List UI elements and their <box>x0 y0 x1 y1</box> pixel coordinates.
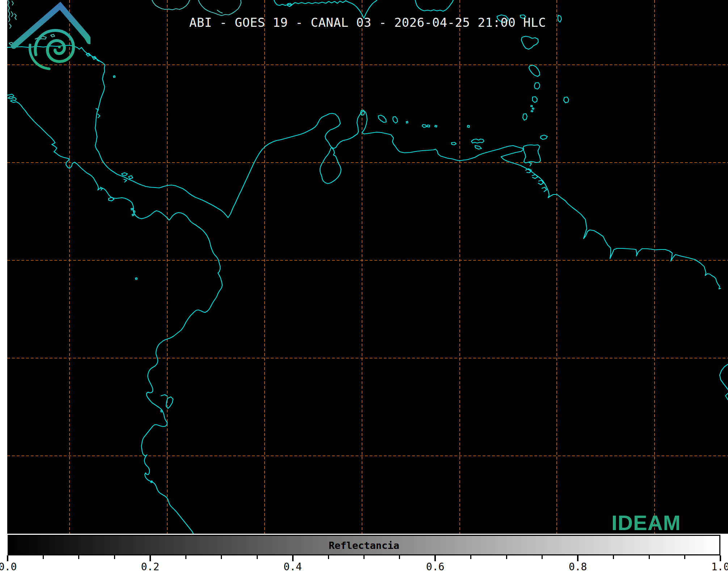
colorbar-minor-tick <box>328 555 329 559</box>
colorbar-major-tick <box>150 555 151 561</box>
satellite-product-figure: ABI - GOES 19 - CANAL 03 - 2026-04-25 21… <box>0 0 728 571</box>
colorbar-major-tick <box>292 555 294 561</box>
coastline-lesser-antilles <box>497 15 569 139</box>
colorbar-minor-tick <box>613 555 614 559</box>
colorbar-minor-tick <box>43 555 44 559</box>
colorbar-minor-tick <box>399 555 400 559</box>
ideam-logo-text: IDEAM <box>604 511 689 534</box>
colorbar-major-tick <box>720 555 721 561</box>
colorbar-label: Reflectancia <box>9 540 719 551</box>
graticule-lines <box>7 0 728 534</box>
coastline-caribbean-mainland <box>7 45 721 289</box>
colorbar-tick-label: 1.0 <box>704 561 728 571</box>
reflectance-colorbar: Reflectancia <box>8 535 720 555</box>
satellite-map: ABI - GOES 19 - CANAL 03 - 2026-04-25 21… <box>7 0 728 534</box>
coastline-orinoco-delta <box>526 162 547 192</box>
logo-mountain-shape <box>14 6 89 46</box>
map-canvas <box>7 0 728 534</box>
coastlines <box>7 0 728 534</box>
colorbar-minor-tick <box>363 555 365 559</box>
colorbar-minor-tick <box>185 555 186 559</box>
logo-hurricane-spiral <box>35 30 73 62</box>
colorbar-minor-tick <box>221 555 222 559</box>
colorbar-major-tick <box>434 555 436 561</box>
coastline-right-edge-fragment <box>720 364 728 400</box>
colorbar-minor-tick <box>649 555 650 559</box>
coastline-venezuela-islands <box>361 110 484 149</box>
colorbar-tick-label: 0.8 <box>561 561 594 571</box>
coastline-panama-islands <box>100 173 135 216</box>
coastline-lake-maracaibo <box>320 148 341 184</box>
colorbar-tick-label: 0.2 <box>134 561 167 571</box>
colorbar-tick-label: 0.0 <box>0 561 24 571</box>
colorbar-minor-tick <box>542 555 543 559</box>
colorbar-minor-tick <box>114 555 115 559</box>
coastline-miskito-cays <box>86 53 115 118</box>
coastline-pacific-mainland <box>7 94 222 534</box>
colorbar-tick-label: 0.4 <box>277 561 309 571</box>
colorbar-major-tick <box>7 555 8 561</box>
colorbar-minor-tick <box>506 555 507 559</box>
colorbar-tick-label: 0.6 <box>419 561 451 571</box>
colorbar-minor-tick <box>684 555 685 559</box>
colorbar-minor-tick <box>257 555 258 559</box>
colorbar-minor-tick <box>470 555 471 559</box>
coastline-trinidad <box>523 145 540 163</box>
colorbar-minor-tick <box>78 555 79 559</box>
map-title: ABI - GOES 19 - CANAL 03 - 2026-04-25 21… <box>7 15 728 30</box>
colorbar-major-tick <box>577 555 578 561</box>
logo-spiral-eye <box>58 46 61 49</box>
colorbar-axis: 0.00.20.40.60.81.0 <box>0 555 728 571</box>
ideam-logo <box>7 0 91 85</box>
